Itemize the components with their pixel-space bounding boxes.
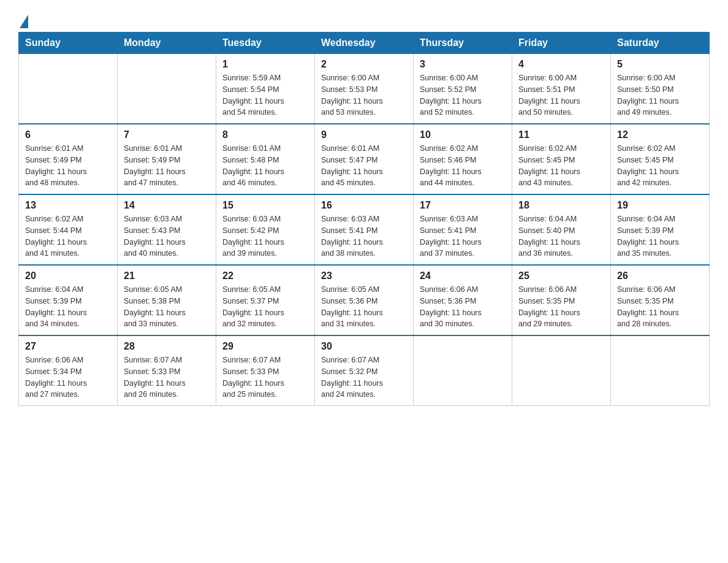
day-info: Sunrise: 6:02 AM Sunset: 5:45 PM Dayligh…	[518, 143, 604, 189]
weekday-header-row: SundayMondayTuesdayWednesdayThursdayFrid…	[19, 33, 710, 54]
day-number: 16	[321, 200, 407, 211]
calendar-cell: 3Sunrise: 6:00 AM Sunset: 5:52 PM Daylig…	[414, 54, 512, 124]
calendar-cell: 23Sunrise: 6:05 AM Sunset: 5:36 PM Dayli…	[315, 265, 414, 335]
weekday-header-saturday: Saturday	[611, 33, 710, 54]
day-info: Sunrise: 6:02 AM Sunset: 5:45 PM Dayligh…	[617, 143, 703, 189]
calendar-cell	[19, 54, 118, 124]
calendar-week-row: 1Sunrise: 5:59 AM Sunset: 5:54 PM Daylig…	[19, 54, 710, 124]
calendar-cell: 21Sunrise: 6:05 AM Sunset: 5:38 PM Dayli…	[118, 265, 216, 335]
calendar-cell: 6Sunrise: 6:01 AM Sunset: 5:49 PM Daylig…	[19, 124, 118, 194]
calendar-cell: 30Sunrise: 6:07 AM Sunset: 5:32 PM Dayli…	[315, 335, 414, 406]
calendar-cell: 14Sunrise: 6:03 AM Sunset: 5:43 PM Dayli…	[118, 194, 216, 265]
day-info: Sunrise: 6:04 AM Sunset: 5:39 PM Dayligh…	[25, 284, 111, 330]
day-number: 4	[518, 59, 604, 70]
day-info: Sunrise: 6:05 AM Sunset: 5:36 PM Dayligh…	[321, 284, 407, 330]
logo	[18, 12, 28, 26]
day-info: Sunrise: 6:01 AM Sunset: 5:49 PM Dayligh…	[124, 143, 210, 189]
calendar-cell: 13Sunrise: 6:02 AM Sunset: 5:44 PM Dayli…	[19, 194, 118, 265]
day-info: Sunrise: 6:00 AM Sunset: 5:52 PM Dayligh…	[420, 72, 506, 118]
calendar-table: SundayMondayTuesdayWednesdayThursdayFrid…	[18, 32, 710, 406]
weekday-header-tuesday: Tuesday	[216, 33, 315, 54]
day-info: Sunrise: 6:01 AM Sunset: 5:49 PM Dayligh…	[25, 143, 111, 189]
calendar-cell: 15Sunrise: 6:03 AM Sunset: 5:42 PM Dayli…	[216, 194, 315, 265]
day-number: 20	[25, 270, 111, 282]
day-number: 22	[222, 270, 308, 282]
day-number: 21	[124, 270, 210, 282]
calendar-cell: 9Sunrise: 6:01 AM Sunset: 5:47 PM Daylig…	[315, 124, 414, 194]
weekday-header-sunday: Sunday	[19, 33, 118, 54]
day-number: 27	[25, 341, 111, 352]
calendar-cell: 29Sunrise: 6:07 AM Sunset: 5:33 PM Dayli…	[216, 335, 315, 406]
calendar-cell: 28Sunrise: 6:07 AM Sunset: 5:33 PM Dayli…	[118, 335, 216, 406]
day-number: 29	[222, 341, 308, 352]
day-number: 30	[321, 341, 407, 352]
day-number: 14	[124, 200, 210, 211]
day-number: 12	[617, 129, 703, 140]
calendar-cell	[611, 335, 710, 406]
day-info: Sunrise: 6:05 AM Sunset: 5:38 PM Dayligh…	[124, 284, 210, 330]
calendar-cell: 1Sunrise: 5:59 AM Sunset: 5:54 PM Daylig…	[216, 54, 315, 124]
calendar-cell: 17Sunrise: 6:03 AM Sunset: 5:41 PM Dayli…	[414, 194, 512, 265]
weekday-header-monday: Monday	[118, 33, 216, 54]
calendar-cell: 18Sunrise: 6:04 AM Sunset: 5:40 PM Dayli…	[512, 194, 611, 265]
day-number: 7	[124, 129, 210, 140]
calendar-cell: 16Sunrise: 6:03 AM Sunset: 5:41 PM Dayli…	[315, 194, 414, 265]
day-info: Sunrise: 6:07 AM Sunset: 5:33 PM Dayligh…	[222, 354, 308, 400]
weekday-header-friday: Friday	[512, 33, 611, 54]
calendar-week-row: 20Sunrise: 6:04 AM Sunset: 5:39 PM Dayli…	[19, 265, 710, 335]
calendar-cell: 10Sunrise: 6:02 AM Sunset: 5:46 PM Dayli…	[414, 124, 512, 194]
day-info: Sunrise: 6:06 AM Sunset: 5:36 PM Dayligh…	[420, 284, 506, 330]
day-info: Sunrise: 6:04 AM Sunset: 5:40 PM Dayligh…	[518, 213, 604, 259]
day-number: 2	[321, 59, 407, 70]
day-number: 8	[222, 129, 308, 140]
day-number: 13	[25, 200, 111, 211]
day-info: Sunrise: 5:59 AM Sunset: 5:54 PM Dayligh…	[222, 72, 308, 118]
day-info: Sunrise: 6:06 AM Sunset: 5:35 PM Dayligh…	[518, 284, 604, 330]
day-number: 11	[518, 129, 604, 140]
day-info: Sunrise: 6:03 AM Sunset: 5:41 PM Dayligh…	[321, 213, 407, 259]
day-number: 15	[222, 200, 308, 211]
day-info: Sunrise: 6:03 AM Sunset: 5:43 PM Dayligh…	[124, 213, 210, 259]
calendar-week-row: 6Sunrise: 6:01 AM Sunset: 5:49 PM Daylig…	[19, 124, 710, 194]
calendar-cell: 11Sunrise: 6:02 AM Sunset: 5:45 PM Dayli…	[512, 124, 611, 194]
day-number: 28	[124, 341, 210, 352]
calendar-cell: 20Sunrise: 6:04 AM Sunset: 5:39 PM Dayli…	[19, 265, 118, 335]
day-info: Sunrise: 6:07 AM Sunset: 5:32 PM Dayligh…	[321, 354, 407, 400]
calendar-cell: 4Sunrise: 6:00 AM Sunset: 5:51 PM Daylig…	[512, 54, 611, 124]
day-number: 23	[321, 270, 407, 282]
day-number: 18	[518, 200, 604, 211]
calendar-cell: 26Sunrise: 6:06 AM Sunset: 5:35 PM Dayli…	[611, 265, 710, 335]
day-info: Sunrise: 6:06 AM Sunset: 5:34 PM Dayligh…	[25, 354, 111, 400]
calendar-cell: 7Sunrise: 6:01 AM Sunset: 5:49 PM Daylig…	[118, 124, 216, 194]
day-number: 6	[25, 129, 111, 140]
day-info: Sunrise: 6:04 AM Sunset: 5:39 PM Dayligh…	[617, 213, 703, 259]
day-info: Sunrise: 6:01 AM Sunset: 5:48 PM Dayligh…	[222, 143, 308, 189]
day-number: 10	[420, 129, 506, 140]
day-number: 24	[420, 270, 506, 282]
calendar-cell: 2Sunrise: 6:00 AM Sunset: 5:53 PM Daylig…	[315, 54, 414, 124]
day-info: Sunrise: 6:03 AM Sunset: 5:41 PM Dayligh…	[420, 213, 506, 259]
day-info: Sunrise: 6:02 AM Sunset: 5:46 PM Dayligh…	[420, 143, 506, 189]
calendar-cell: 12Sunrise: 6:02 AM Sunset: 5:45 PM Dayli…	[611, 124, 710, 194]
calendar-cell: 27Sunrise: 6:06 AM Sunset: 5:34 PM Dayli…	[19, 335, 118, 406]
day-info: Sunrise: 6:03 AM Sunset: 5:42 PM Dayligh…	[222, 213, 308, 259]
calendar-cell: 5Sunrise: 6:00 AM Sunset: 5:50 PM Daylig…	[611, 54, 710, 124]
calendar-cell	[118, 54, 216, 124]
day-info: Sunrise: 6:06 AM Sunset: 5:35 PM Dayligh…	[617, 284, 703, 330]
day-info: Sunrise: 6:00 AM Sunset: 5:51 PM Dayligh…	[518, 72, 604, 118]
calendar-cell: 8Sunrise: 6:01 AM Sunset: 5:48 PM Daylig…	[216, 124, 315, 194]
calendar-cell: 22Sunrise: 6:05 AM Sunset: 5:37 PM Dayli…	[216, 265, 315, 335]
day-info: Sunrise: 6:02 AM Sunset: 5:44 PM Dayligh…	[25, 213, 111, 259]
calendar-cell	[414, 335, 512, 406]
day-info: Sunrise: 6:01 AM Sunset: 5:47 PM Dayligh…	[321, 143, 407, 189]
weekday-header-wednesday: Wednesday	[315, 33, 414, 54]
calendar-cell	[512, 335, 611, 406]
page-header	[18, 12, 710, 26]
day-number: 19	[617, 200, 703, 211]
logo-triangle-icon	[20, 15, 28, 28]
day-number: 1	[222, 59, 308, 70]
weekday-header-thursday: Thursday	[414, 33, 512, 54]
day-number: 26	[617, 270, 703, 282]
calendar-week-row: 13Sunrise: 6:02 AM Sunset: 5:44 PM Dayli…	[19, 194, 710, 265]
day-info: Sunrise: 6:05 AM Sunset: 5:37 PM Dayligh…	[222, 284, 308, 330]
